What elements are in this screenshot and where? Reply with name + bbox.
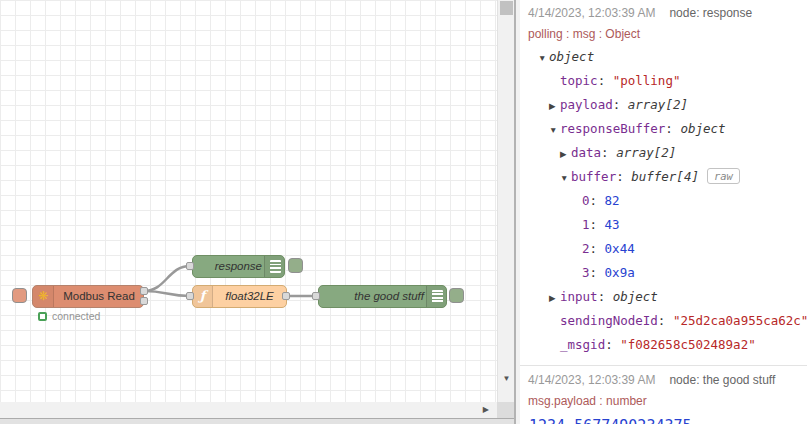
tree-row: sendingNodeId: "25d2ca0a955ca62c" [520, 309, 807, 333]
tree-key: 1 [582, 217, 590, 232]
node-status-text: connected [52, 310, 100, 322]
tree-row: ▶data: array[2] [520, 141, 807, 165]
debug-message-meta: 4/14/2023, 12:03:39 AMnode: response [520, 3, 807, 23]
tree-value: 0x44 [605, 241, 635, 256]
collapse-icon[interactable]: ▼ [538, 46, 549, 70]
vertical-scrollbar-thumb[interactable] [500, 1, 513, 15]
debug-message-topic: polling : msg : Object [520, 23, 807, 45]
modbus-output-port-1[interactable] [140, 287, 148, 295]
function-input-port[interactable] [186, 292, 194, 300]
tree-key: _msgid [560, 337, 605, 352]
modbus-output-port-2[interactable] [140, 297, 148, 305]
debug-tree: ▼objecttopic: "polling"▶payload: array[2… [520, 45, 807, 357]
node-the-good-stuff[interactable]: the good stuff [318, 285, 447, 308]
tree-key: payload [560, 97, 613, 112]
function-output-port[interactable] [282, 292, 290, 300]
debug-message-meta: 4/14/2023, 12:03:39 AMnode: the good stu… [520, 370, 807, 390]
debug-timestamp: 4/14/2023, 12:03:39 AM [528, 373, 655, 387]
debug-icon [264, 256, 284, 277]
debug-icon [426, 286, 446, 307]
window-bottom-edge [0, 418, 514, 424]
scroll-right-icon[interactable]: ▶ [483, 402, 489, 418]
node-label: Modbus Read [55, 286, 143, 307]
tree-value: 0x9a [605, 265, 635, 280]
tree-row: ▶input: object [520, 285, 807, 309]
node-label: response [215, 256, 262, 277]
node-red-app: ❋ Modbus Read connected response ƒ float… [0, 0, 807, 424]
expand-icon[interactable]: ▶ [549, 94, 560, 118]
wire-modbus-response[interactable] [144, 266, 190, 291]
tree-row: ▼responseBuffer: object [520, 117, 807, 141]
tree-key: data [571, 145, 601, 160]
tree-row: ▶payload: array[2] [520, 93, 807, 117]
tree-key: 3 [582, 265, 590, 280]
node-response[interactable]: response [192, 255, 285, 278]
node-float32le[interactable]: ƒ float32LE [192, 285, 287, 308]
scroll-down-icon[interactable]: ▼ [498, 371, 515, 387]
raw-button[interactable]: raw [707, 168, 740, 184]
goodstuff-debug-toggle-button[interactable] [449, 288, 464, 303]
debug-message: 4/14/2023, 12:03:39 AMnode: response pol… [520, 0, 807, 365]
tree-key: 0 [582, 193, 590, 208]
node-label: float32LE [213, 286, 286, 307]
tree-type: array[2] [628, 97, 688, 112]
tree-row: 3: 0x9a [520, 261, 807, 285]
scrollbar-corner [497, 402, 514, 418]
tree-row: 0: 82 [520, 189, 807, 213]
tree-key: input [560, 289, 598, 304]
response-debug-toggle-button[interactable] [288, 258, 303, 273]
response-input-port[interactable] [186, 262, 194, 270]
tree-row: topic: "polling" [520, 69, 807, 93]
collapse-icon[interactable]: ▼ [549, 118, 560, 142]
tree-type: array[2] [616, 145, 676, 160]
tree-row: ▼object [520, 45, 807, 69]
debug-message-topic: msg.payload : number [520, 390, 807, 412]
tree-row: _msgid: "f082658c502489a2" [520, 333, 807, 357]
debug-payload-value: 1234.5677490234375 [520, 417, 807, 424]
tree-type: buffer[4] [631, 169, 699, 184]
tree-key: responseBuffer [560, 121, 665, 136]
tree-key: topic [560, 73, 598, 88]
tree-key: sendingNodeId [560, 313, 658, 328]
horizontal-scrollbar[interactable]: ▶ [0, 402, 497, 418]
wire-modbus-function[interactable] [144, 291, 190, 296]
debug-timestamp: 4/14/2023, 12:03:39 AM [528, 6, 655, 20]
vertical-scrollbar[interactable]: ▼ [497, 0, 514, 402]
function-icon: ƒ [193, 286, 213, 307]
goodstuff-input-port[interactable] [312, 292, 320, 300]
tree-value: 82 [605, 193, 620, 208]
tree-row: 2: 0x44 [520, 237, 807, 261]
flow-canvas[interactable]: ❋ Modbus Read connected response ƒ float… [0, 0, 497, 402]
expand-icon[interactable]: ▶ [549, 286, 560, 310]
tree-type: object [613, 289, 658, 304]
collapse-icon[interactable]: ▼ [560, 166, 571, 190]
tree-type: object [680, 121, 725, 136]
wires-layer [0, 0, 497, 402]
tree-value: "polling" [613, 73, 681, 88]
tree-value: "25d2ca0a955ca62c" [673, 313, 807, 328]
debug-source-node: node: response [669, 6, 752, 20]
expand-icon[interactable]: ▶ [560, 142, 571, 166]
tree-row: 1: 43 [520, 213, 807, 237]
node-label: the good stuff [354, 286, 424, 307]
tree-value: 43 [605, 217, 620, 232]
tree-key: buffer [571, 169, 616, 184]
modbus-node-button[interactable] [12, 288, 27, 303]
node-modbus-read[interactable]: ❋ Modbus Read [32, 285, 144, 308]
tree-type: object [549, 49, 594, 64]
tree-key: 2 [582, 241, 590, 256]
debug-message: 4/14/2023, 12:03:39 AMnode: the good stu… [520, 365, 807, 424]
modbus-icon: ❋ [33, 286, 54, 307]
tree-row: ▼buffer: buffer[4]raw [520, 165, 807, 189]
debug-sidebar: 4/14/2023, 12:03:39 AMnode: response pol… [520, 0, 807, 424]
node-status-icon [38, 312, 47, 321]
tree-value: "f082658c502489a2" [620, 337, 755, 352]
debug-source-node: node: the good stuff [669, 373, 775, 387]
